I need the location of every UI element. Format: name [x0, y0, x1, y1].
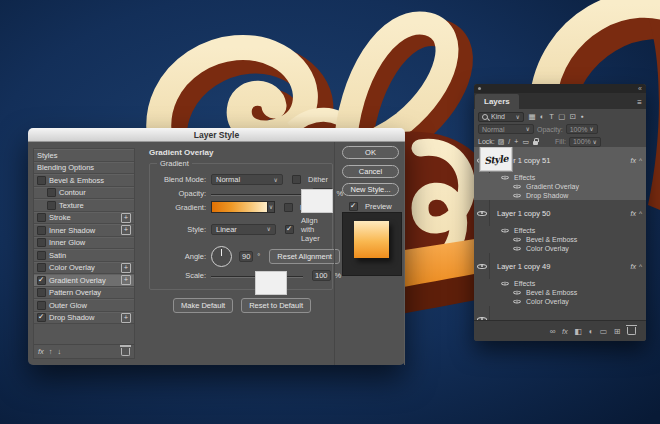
visibility-eye-icon[interactable]: [513, 245, 521, 252]
filter-smart-object-icon[interactable]: ⊡: [570, 113, 576, 121]
reset-to-default-button[interactable]: Reset to Default: [241, 298, 311, 313]
filter-type-layers-icon[interactable]: T: [549, 113, 554, 121]
filter-pixel-layers-icon[interactable]: ▦: [529, 113, 536, 121]
dither-checkbox[interactable]: [292, 175, 301, 184]
add-instance-icon[interactable]: +: [121, 275, 131, 285]
styles-item-drop-shadow[interactable]: Drop Shadow +: [34, 312, 134, 325]
effect-row[interactable]: Bevel & Emboss: [474, 235, 646, 244]
visibility-eye-icon[interactable]: [501, 280, 509, 287]
fx-menu-icon[interactable]: fx: [38, 347, 44, 356]
styles-item-styles[interactable]: Styles: [34, 149, 134, 162]
styles-item-texture[interactable]: Texture: [34, 199, 134, 212]
filter-kind-dropdown[interactable]: Kind ∨: [478, 112, 524, 122]
checkbox[interactable]: [47, 201, 56, 210]
filter-shape-layers-icon[interactable]: ▢: [558, 113, 565, 121]
link-layers-icon[interactable]: ∞: [550, 327, 556, 336]
add-instance-icon[interactable]: +: [121, 225, 131, 235]
lock-position-icon[interactable]: +: [514, 138, 518, 145]
cancel-button[interactable]: Cancel: [342, 165, 399, 178]
checkbox[interactable]: [47, 188, 56, 197]
panel-menu-icon[interactable]: ≡: [637, 98, 646, 109]
adjustment-layer-icon[interactable]: ◐: [588, 327, 593, 336]
new-style-button[interactable]: New Style...: [342, 183, 399, 196]
dialog-title[interactable]: Layer Style: [28, 128, 405, 142]
delete-layer-icon[interactable]: [627, 327, 636, 335]
layer-name[interactable]: Layer 1 copy 50: [497, 209, 550, 218]
lock-transparency-icon[interactable]: ▨: [498, 138, 505, 146]
effects-header-row[interactable]: Effects: [474, 173, 646, 182]
gradient-swatch[interactable]: [211, 201, 268, 213]
style-dropdown[interactable]: Linear ∨: [211, 224, 276, 235]
filter-adjustment-layers-icon[interactable]: ◐: [540, 113, 545, 121]
layer-row[interactable]: Style: [474, 306, 646, 321]
scale-value-field[interactable]: 100: [312, 270, 331, 281]
visibility-eye-icon[interactable]: [477, 209, 487, 218]
align-with-layer-checkbox[interactable]: [285, 225, 294, 234]
checkbox[interactable]: [37, 226, 46, 235]
add-mask-icon[interactable]: ◧: [574, 327, 582, 336]
panel-close-icon[interactable]: [478, 87, 481, 90]
lock-all-icon[interactable]: [533, 141, 538, 145]
checkbox[interactable]: [37, 213, 46, 222]
filter-toggle-icon[interactable]: ●: [581, 114, 584, 119]
checkbox-checked[interactable]: [37, 276, 46, 285]
styles-item-pattern-overlay[interactable]: Pattern Overlay: [34, 287, 134, 300]
move-effect-down-icon[interactable]: ↓: [58, 347, 62, 356]
new-layer-icon[interactable]: ⊞: [614, 327, 621, 336]
move-effect-up-icon[interactable]: ↑: [49, 347, 53, 356]
angle-value-field[interactable]: 90: [239, 251, 253, 262]
reset-alignment-button[interactable]: Reset Alignment: [269, 249, 340, 264]
visibility-eye-icon[interactable]: [513, 289, 521, 296]
slider-thumb[interactable]: [255, 271, 287, 295]
tab-layers[interactable]: Layers: [475, 94, 519, 109]
layer-thumbnail[interactable]: Style: [480, 147, 512, 171]
delete-effect-icon[interactable]: [121, 348, 130, 356]
styles-item-outer-glow[interactable]: Outer Glow: [34, 299, 134, 312]
gradient-picker-chevron-icon[interactable]: ∨: [268, 201, 275, 213]
effect-row[interactable]: Gradient Overlay: [474, 182, 646, 191]
styles-item-satin[interactable]: Satin: [34, 249, 134, 262]
styles-item-contour[interactable]: Contour: [34, 187, 134, 200]
scale-slider[interactable]: [211, 271, 303, 280]
visibility-eye-icon[interactable]: [513, 236, 521, 243]
collapse-effects-icon[interactable]: ^: [636, 210, 646, 217]
layer-row[interactable]: Style Layer 1 copy 50 fx ^: [474, 200, 646, 226]
ok-button[interactable]: OK: [342, 146, 399, 159]
visibility-eye-icon[interactable]: [501, 227, 509, 234]
layer-row[interactable]: Style Layer 1 copy 49 fx ^: [474, 253, 646, 279]
preview-checkbox[interactable]: [349, 202, 358, 211]
collapse-effects-icon[interactable]: ^: [636, 157, 646, 164]
reverse-checkbox[interactable]: [284, 203, 293, 212]
visibility-eye-icon[interactable]: [477, 262, 487, 271]
checkbox-checked[interactable]: [37, 313, 46, 322]
effect-row[interactable]: Bevel & Emboss: [474, 288, 646, 297]
styles-item-gradient-overlay[interactable]: Gradient Overlay +: [34, 274, 134, 287]
lock-artboard-icon[interactable]: ▭: [522, 138, 529, 146]
effects-header-row[interactable]: Effects: [474, 279, 646, 288]
blend-mode-dropdown[interactable]: Normal ∨: [211, 174, 283, 185]
collapse-panel-icon[interactable]: «: [638, 85, 642, 92]
checkbox[interactable]: [37, 301, 46, 310]
layer-fill-dropdown[interactable]: 100% ∨: [569, 137, 601, 147]
new-group-icon[interactable]: ▭: [600, 327, 608, 336]
styles-item-color-overlay[interactable]: Color Overlay +: [34, 262, 134, 275]
visibility-eye-icon[interactable]: [501, 174, 509, 181]
checkbox[interactable]: [37, 263, 46, 272]
checkbox[interactable]: [37, 238, 46, 247]
checkbox[interactable]: [37, 176, 46, 185]
add-instance-icon[interactable]: +: [121, 263, 131, 273]
add-instance-icon[interactable]: +: [121, 313, 131, 323]
angle-dial[interactable]: [211, 246, 232, 267]
effect-row[interactable]: Color Overlay: [474, 244, 646, 253]
visibility-eye-icon[interactable]: [513, 192, 521, 199]
effects-header-row[interactable]: Effects: [474, 226, 646, 235]
add-layer-style-icon[interactable]: fx: [562, 327, 568, 336]
effect-row[interactable]: Color Overlay: [474, 297, 646, 306]
checkbox[interactable]: [37, 288, 46, 297]
styles-item-inner-shadow[interactable]: Inner Shadow +: [34, 224, 134, 237]
make-default-button[interactable]: Make Default: [173, 298, 233, 313]
checkbox[interactable]: [37, 251, 46, 260]
visibility-eye-icon[interactable]: [513, 183, 521, 190]
styles-item-stroke[interactable]: Stroke +: [34, 212, 134, 225]
styles-item-blending-options[interactable]: Blending Options: [34, 162, 134, 175]
